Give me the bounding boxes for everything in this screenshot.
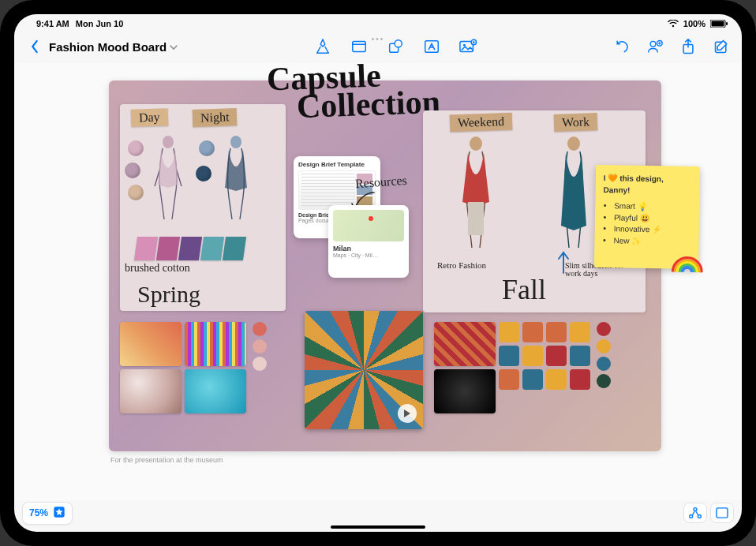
- map-city-label: Milan: [333, 245, 404, 252]
- map-thumbnail: [333, 210, 404, 241]
- card-title: Design Brief Template: [298, 161, 376, 168]
- svg-point-15: [163, 136, 174, 148]
- status-date: Mon Jun 10: [76, 19, 124, 28]
- color-dot: [199, 140, 215, 156]
- color-dot: [128, 185, 144, 200]
- arrow-icon: [556, 249, 571, 276]
- sticky-headline: I 🧡 this design, Danny!: [603, 173, 691, 197]
- svg-point-6: [395, 40, 402, 47]
- tag-work: Work: [554, 113, 598, 132]
- svg-rect-3: [352, 42, 365, 52]
- board-title-button[interactable]: Fashion Mood Board: [49, 40, 178, 54]
- tag-night: Night: [193, 108, 238, 127]
- svg-point-17: [470, 136, 482, 151]
- text-tool-icon[interactable]: [422, 37, 441, 56]
- svg-point-23: [694, 508, 697, 511]
- board-title-2: Collection: [296, 88, 440, 122]
- spring-palette[interactable]: [120, 322, 267, 413]
- svg-point-11: [650, 41, 656, 47]
- freeform-canvas[interactable]: Capsule Collection Day Night: [14, 63, 742, 500]
- svg-point-16: [230, 136, 241, 148]
- svg-point-22: [698, 514, 701, 518]
- multitask-dots-icon[interactable]: •••: [372, 35, 385, 43]
- wifi-icon: [668, 20, 679, 28]
- palette-dots: [597, 322, 611, 413]
- connections-tool[interactable]: [683, 503, 707, 523]
- battery-icon: [710, 20, 728, 28]
- share-button[interactable]: [679, 37, 698, 56]
- zoom-label: 75%: [29, 507, 48, 518]
- mood-board[interactable]: Capsule Collection Day Night: [109, 80, 661, 451]
- spring-panel[interactable]: Day Night: [120, 104, 286, 311]
- status-time: 9:41 AM: [36, 19, 69, 28]
- status-battery-pct: 100%: [683, 19, 705, 28]
- fall-palette[interactable]: [434, 322, 611, 413]
- sketch-figure: [548, 133, 600, 259]
- ipad-device: 9:41 AM Mon Jun 10 100% ••• F: [0, 0, 756, 546]
- sticky-list: Smart 💡 Playful 😃 Innovative ⚡ New ✨: [602, 200, 691, 248]
- palette-dots: [253, 322, 267, 413]
- sticky-tool-icon[interactable]: [350, 37, 369, 56]
- sticky-note[interactable]: I 🧡 this design, Danny! Smart 💡 Playful …: [594, 165, 700, 269]
- color-dot: [196, 166, 211, 181]
- rectangle-tool[interactable]: [710, 503, 734, 523]
- material-label: brushed cotton: [125, 262, 190, 275]
- favorite-icon[interactable]: [53, 506, 65, 521]
- rainbow-icon: [672, 252, 703, 275]
- chevron-down-icon: [170, 40, 178, 54]
- shapes-tool-icon[interactable]: [386, 37, 405, 56]
- season-fall-label: Fall: [502, 273, 546, 306]
- svg-point-19: [567, 136, 580, 151]
- fabric-swatches: [136, 237, 245, 260]
- color-dot: [125, 163, 140, 178]
- season-spring-label: Spring: [137, 281, 200, 308]
- sketch-figure: [216, 133, 256, 227]
- sketch-figure: [148, 133, 188, 227]
- map-subtitle: Maps · City · Mil…: [333, 252, 404, 258]
- screen: 9:41 AM Mon Jun 10 100% ••• F: [14, 14, 742, 532]
- status-bar: 9:41 AM Mon Jun 10 100%: [14, 14, 742, 32]
- board-title-label: Fashion Mood Board: [49, 40, 167, 54]
- compose-button[interactable]: [712, 37, 731, 56]
- board-caption: For the presentation at the museum: [110, 456, 223, 464]
- play-icon[interactable]: [398, 404, 417, 423]
- sticky-bullet: New ✨: [613, 235, 691, 248]
- fall-note-left: Retro Fashion: [437, 260, 486, 270]
- resources-label: Resources: [354, 174, 407, 192]
- svg-point-21: [690, 514, 693, 518]
- svg-rect-18: [468, 202, 484, 235]
- bottom-bar: 75%: [22, 502, 734, 524]
- tag-weekend: Weekend: [450, 113, 513, 133]
- sticky-bullet: Innovative ⚡: [614, 223, 691, 236]
- milan-map-card[interactable]: Milan Maps · City · Mil…: [328, 205, 409, 278]
- home-indicator[interactable]: [331, 525, 425, 529]
- back-button[interactable]: [25, 37, 44, 56]
- color-dot: [128, 140, 144, 156]
- sketch-figure: [450, 133, 502, 259]
- svg-rect-2: [726, 22, 728, 25]
- media-tool-icon[interactable]: [458, 37, 477, 56]
- zoom-control[interactable]: 75%: [22, 502, 73, 525]
- svg-rect-1: [712, 21, 724, 27]
- undo-button[interactable]: [612, 37, 631, 56]
- svg-rect-24: [717, 508, 728, 518]
- pen-tool-icon[interactable]: [313, 37, 332, 56]
- tile-video[interactable]: [305, 311, 423, 429]
- sticky-bullet: Smart 💡: [614, 200, 691, 213]
- tag-day: Day: [131, 108, 168, 127]
- collaborate-button[interactable]: [646, 37, 664, 56]
